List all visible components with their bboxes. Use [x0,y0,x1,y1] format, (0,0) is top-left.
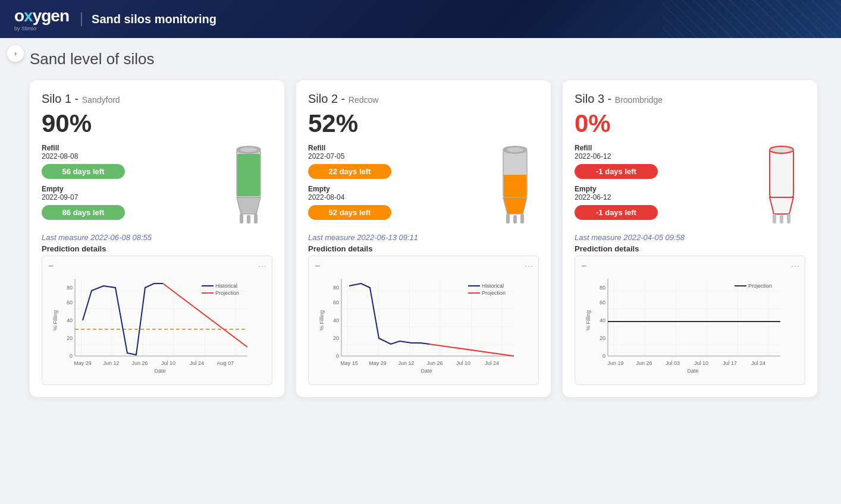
svg-rect-66 [608,279,780,356]
svg-rect-7 [247,215,250,223]
silo1-chart-dots: ··· [258,261,267,270]
svg-marker-34 [503,197,527,214]
svg-rect-37 [513,215,517,223]
svg-text:80: 80 [333,285,339,291]
svg-text:20: 20 [333,335,339,341]
silo1-chart-minus: − [45,261,269,272]
silo3-prediction-title: Prediction details [575,244,805,253]
svg-text:0: 0 [70,353,73,359]
silo1-percent: 90% [42,109,272,138]
silo1-location: Sandyford [82,95,120,105]
silo3-last-measure: Last measure 2022-04-05 09:58 [575,233,805,242]
svg-rect-64 [787,214,790,223]
silo2-labels: Refill 2022-07-05 22 days left Empty 202… [308,144,484,223]
silo1-chart-container: − ··· 0 20 40 [42,256,272,385]
silo2-last-measure: Last measure 2022-06-13 09:11 [308,233,539,242]
silo2-svg [494,144,536,227]
silo2-empty-badge: 52 days left [308,205,391,220]
svg-text:Date: Date [154,368,165,374]
svg-text:Jun 26: Jun 26 [131,360,148,366]
svg-rect-59 [770,150,793,197]
svg-text:Jul 24: Jul 24 [190,360,204,366]
svg-text:40: 40 [67,317,73,323]
svg-text:80: 80 [67,285,73,291]
silo3-labels: Refill 2022-06-12 -1 days left Empty 202… [575,144,751,223]
silo3-percent: 0% [575,109,805,138]
svg-text:Historical: Historical [482,283,504,289]
svg-text:% Filling: % Filling [585,310,591,330]
silo1-empty-badge: 86 days left [42,205,125,220]
silo2-chart-minus: − [311,261,536,272]
svg-rect-35 [506,214,510,223]
svg-text:Jul 24: Jul 24 [751,360,765,366]
silo2-chart: 0 20 40 60 80 % Filling May 15 May 29 Ju… [311,273,536,380]
silo3-chart-container: − ··· 0 20 40 60 80 % Filli [575,256,805,385]
svg-text:Jul 10: Jul 10 [694,360,708,366]
svg-text:60: 60 [333,300,339,305]
silo-card-2: Silo 2 - Redcow 52% Refill 2022-07-05 22… [296,80,551,397]
svg-text:Jun 12: Jun 12 [103,360,119,366]
app-title: Sand silos monitoring [81,12,216,26]
svg-rect-6 [254,214,258,223]
svg-marker-4 [237,197,261,214]
app-header: oxygen by Stimio Sand silos monitoring [0,0,841,38]
svg-text:40: 40 [333,317,339,323]
svg-rect-5 [240,214,243,223]
silo3-refill-badge: -1 days left [575,164,658,179]
silo1-refill-badge: 56 days left [42,164,125,179]
silos-grid: Silo 1 - Sandyford 90% Refill 2022-08-08… [30,80,817,397]
svg-text:Jul 10: Jul 10 [456,360,470,366]
svg-text:Jun 19: Jun 19 [607,360,623,366]
silo1-empty-date: 2022-09-07 [42,193,218,201]
silo2-refill-badge: 22 days left [308,164,391,179]
silo1-prediction-title: Prediction details [42,244,272,253]
svg-point-33 [507,147,523,152]
silo2-info-row: Refill 2022-07-05 22 days left Empty 202… [308,144,539,227]
silo2-refill-date: 2022-07-05 [308,152,484,160]
silo2-chart-dots: ··· [525,261,534,270]
silo1-header: Silo 1 - Sandyford [42,92,272,106]
silo1-refill-label: Refill [42,144,218,152]
svg-rect-36 [520,214,524,223]
silo3-location: Broombridge [615,95,663,105]
silo1-visual [225,144,272,227]
silo2-prediction-title: Prediction details [308,244,539,253]
silo1-labels: Refill 2022-08-08 56 days left Empty 202… [42,144,218,223]
silo-card-1: Silo 1 - Sandyford 90% Refill 2022-08-08… [30,80,284,397]
svg-text:Jun 26: Jun 26 [636,360,652,366]
silo1-chart: 0 20 40 60 80 % Filling May 29 Jun 12 Ju… [45,273,269,380]
svg-text:Historical: Historical [215,283,237,289]
svg-text:60: 60 [600,300,605,305]
svg-text:Projection: Projection [215,290,239,296]
svg-text:40: 40 [600,317,605,323]
svg-text:Jul 03: Jul 03 [666,360,680,366]
svg-rect-65 [780,215,783,223]
svg-text:% Filling: % Filling [52,310,58,330]
silo1-empty-label: Empty [42,185,218,193]
svg-text:May 29: May 29 [74,360,92,366]
silo2-title: Silo 2 - Redcow [308,92,378,105]
svg-text:Projection: Projection [482,290,506,296]
svg-text:Projection: Projection [748,283,772,289]
svg-text:Jun 12: Jun 12 [398,360,414,366]
silo1-title: Silo 1 - Sandyford [42,92,120,105]
svg-text:Jul 17: Jul 17 [723,360,737,366]
svg-text:80: 80 [600,285,605,291]
svg-text:May 15: May 15 [340,360,358,366]
silo3-visual [758,144,805,227]
sidebar-toggle-button[interactable]: › [7,45,24,62]
svg-text:20: 20 [67,335,73,341]
page-title: Sand level of silos [30,50,817,68]
silo1-last-measure: Last measure 2022-06-08 08:55 [42,233,272,242]
silo3-header: Silo 3 - Broombridge [575,92,805,106]
silo2-refill-label: Refill [308,144,484,152]
silo1-info-row: Refill 2022-08-08 56 days left Empty 202… [42,144,272,227]
silo2-chart-container: − ··· 0 20 40 60 80 % Filli [308,256,539,385]
svg-text:Jul 10: Jul 10 [161,360,175,366]
silo3-chart-minus: − [578,261,802,272]
svg-text:0: 0 [336,353,339,359]
svg-point-3 [240,147,257,152]
silo3-refill-date: 2022-06-12 [575,152,751,160]
svg-text:Aug 07: Aug 07 [217,360,234,366]
silo2-empty-date: 2022-08-04 [308,193,484,201]
